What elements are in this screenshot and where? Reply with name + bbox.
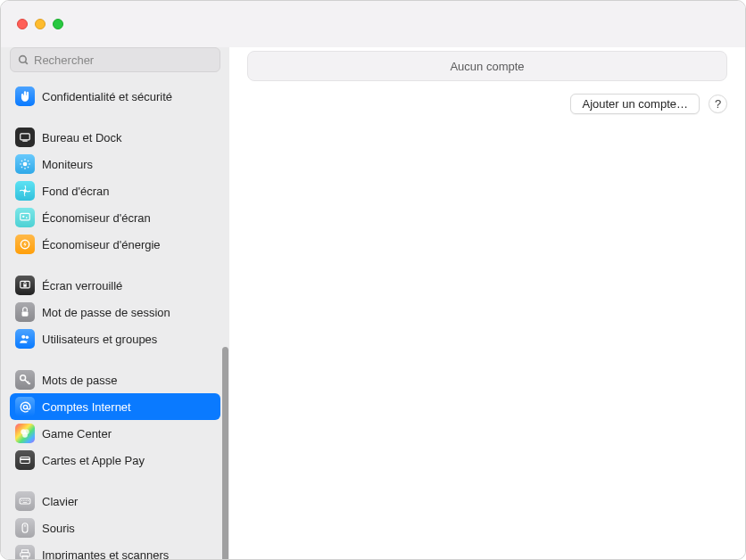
sidebar-item-clavier[interactable]: Clavier bbox=[10, 488, 220, 515]
maximize-window-button[interactable] bbox=[53, 19, 63, 29]
sidebar-item-imprimantes-et-scanners[interactable]: Imprimantes et scanners bbox=[10, 541, 220, 559]
svg-point-15 bbox=[22, 216, 24, 218]
sidebar-item-conomiseur-d-cran[interactable]: Économiseur d'écran bbox=[10, 204, 220, 231]
sidebar-item-comptes-internet[interactable]: Comptes Internet bbox=[10, 393, 220, 420]
sidebar-item-cran-verrouill[interactable]: Écran verrouillé bbox=[10, 272, 220, 299]
search-icon bbox=[18, 54, 29, 66]
sidebar-item-label: Cartes et Apple Pay bbox=[42, 454, 145, 467]
sidebar-item-label: Comptes Internet bbox=[42, 400, 131, 414]
mouse-icon bbox=[15, 518, 35, 538]
sidebar-item-label: Mots de passe bbox=[42, 374, 118, 387]
sidebar-item-label: Fond d'écran bbox=[42, 185, 109, 198]
sidebar-item-label: Clavier bbox=[42, 495, 78, 508]
svg-rect-40 bbox=[22, 556, 28, 559]
window-controls bbox=[17, 19, 63, 29]
sidebar-item-mots-de-passe[interactable]: Mots de passe bbox=[10, 366, 220, 393]
svg-rect-29 bbox=[21, 458, 30, 460]
svg-line-10 bbox=[28, 167, 29, 168]
search-input[interactable] bbox=[34, 54, 212, 67]
close-window-button[interactable] bbox=[17, 19, 28, 29]
svg-rect-35 bbox=[23, 502, 28, 503]
keyboard-icon bbox=[15, 491, 35, 511]
hand-icon bbox=[15, 86, 35, 106]
titlebar bbox=[1, 1, 745, 47]
sidebar-item-confidentialit-et-s-curit[interactable]: Confidentialité et sécurité bbox=[10, 83, 220, 110]
svg-point-27 bbox=[22, 432, 28, 438]
lock-icon bbox=[15, 302, 35, 322]
sidebar-item-label: Game Center bbox=[42, 427, 112, 441]
display-icon bbox=[15, 154, 35, 174]
at-icon bbox=[15, 397, 35, 416]
svg-point-16 bbox=[26, 217, 28, 218]
screensaver-icon bbox=[15, 208, 35, 227]
minimize-window-button[interactable] bbox=[35, 19, 46, 29]
sidebar-item-moniteurs[interactable]: Moniteurs bbox=[10, 151, 220, 177]
svg-line-11 bbox=[21, 167, 22, 168]
svg-point-4 bbox=[23, 162, 28, 167]
users-icon bbox=[15, 329, 35, 349]
svg-point-21 bbox=[21, 335, 25, 339]
sidebar: Confidentialité et sécuritéBureau et Doc… bbox=[1, 47, 229, 559]
sidebar-item-bureau-et-dock[interactable]: Bureau et Dock bbox=[10, 124, 220, 151]
sidebar-item-label: Utilisateurs et groupes bbox=[42, 333, 157, 346]
key-icon bbox=[15, 370, 35, 390]
svg-line-1 bbox=[25, 62, 28, 64]
sidebar-item-cartes-et-apple-pay[interactable]: Cartes et Apple Pay bbox=[10, 447, 220, 474]
dock-icon bbox=[15, 128, 35, 147]
scrollbar-thumb[interactable] bbox=[222, 347, 228, 559]
svg-point-23 bbox=[21, 375, 26, 381]
svg-rect-19 bbox=[23, 284, 27, 287]
help-button[interactable]: ? bbox=[709, 95, 727, 113]
sidebar-item-label: Confidentialité et sécurité bbox=[42, 90, 172, 103]
sidebar-item-label: Imprimantes et scanners bbox=[42, 548, 169, 560]
svg-rect-30 bbox=[20, 498, 30, 504]
sidebar-item-label: Économiseur d'énergie bbox=[42, 238, 161, 251]
sidebar-item-mot-de-passe-de-session[interactable]: Mot de passe de session bbox=[10, 299, 220, 325]
sidebar-item-label: Économiseur d'écran bbox=[42, 211, 151, 225]
sidebar-item-utilisateurs-et-groupes[interactable]: Utilisateurs et groupes bbox=[10, 325, 220, 352]
sidebar-item-fond-d-cran[interactable]: Fond d'écran bbox=[10, 177, 220, 204]
svg-rect-20 bbox=[22, 311, 29, 316]
svg-rect-3 bbox=[22, 141, 28, 142]
search-field[interactable] bbox=[10, 47, 220, 72]
lock-screen-icon bbox=[15, 276, 35, 295]
sidebar-item-conomiseur-d-nergie[interactable]: Économiseur d'énergie bbox=[10, 231, 220, 258]
empty-accounts-text: Aucun compte bbox=[450, 60, 524, 73]
svg-line-9 bbox=[21, 161, 22, 161]
gamecenter-icon bbox=[15, 424, 35, 443]
svg-point-31 bbox=[21, 500, 22, 501]
svg-line-12 bbox=[28, 161, 29, 161]
wallet-icon bbox=[15, 450, 35, 470]
empty-accounts-panel: Aucun compte bbox=[247, 51, 727, 81]
svg-point-33 bbox=[26, 500, 27, 501]
svg-point-0 bbox=[20, 55, 27, 62]
wallpaper-icon bbox=[15, 181, 35, 201]
energy-icon bbox=[15, 235, 35, 254]
sidebar-item-souris[interactable]: Souris bbox=[10, 515, 220, 541]
svg-rect-2 bbox=[21, 134, 30, 140]
svg-point-22 bbox=[26, 336, 29, 340]
svg-rect-14 bbox=[21, 213, 30, 220]
sidebar-item-label: Moniteurs bbox=[42, 158, 93, 171]
sidebar-item-label: Bureau et Dock bbox=[42, 131, 122, 144]
printer-icon bbox=[15, 545, 35, 559]
svg-rect-36 bbox=[22, 523, 28, 533]
sidebar-item-label: Souris bbox=[42, 522, 75, 535]
svg-point-32 bbox=[23, 500, 24, 501]
content-area: Comptes Internet Aucun compte Ajouter un… bbox=[229, 47, 745, 559]
svg-point-34 bbox=[28, 500, 29, 501]
sidebar-item-game-center[interactable]: Game Center bbox=[10, 420, 220, 447]
sidebar-item-label: Mot de passe de session bbox=[42, 306, 170, 319]
sidebar-item-label: Écran verrouillé bbox=[42, 279, 122, 292]
add-account-button[interactable]: Ajouter un compte… bbox=[570, 94, 700, 114]
